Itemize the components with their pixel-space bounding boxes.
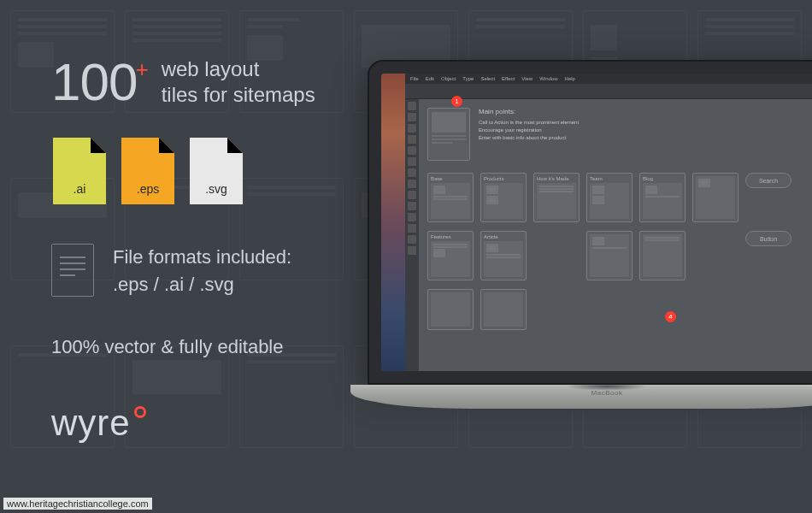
tool-button[interactable] [408, 102, 416, 110]
search-pill: Search [745, 173, 791, 188]
sitemap-row-1: Base Products How it's Made Team Blog Se… [427, 173, 812, 222]
annotation-dot-1: 1 [451, 96, 462, 107]
headline-line2: tiles for sitemaps [162, 82, 315, 108]
menu-select[interactable]: Select [480, 76, 495, 81]
menu-window[interactable]: Window [539, 76, 557, 81]
app-canvas: 1 Main points: Call to Action is the mos… [419, 99, 812, 371]
tool-palette [405, 99, 419, 371]
tool-button[interactable] [408, 135, 416, 144]
sitemap-row-3 [427, 289, 812, 330]
tool-button[interactable] [408, 246, 416, 255]
sitemap-tile: Features [427, 231, 474, 280]
sitemap-tile [692, 173, 738, 222]
menu-object[interactable]: Object [441, 76, 456, 81]
headline-number-value: 100 [51, 51, 137, 112]
tool-button[interactable] [408, 113, 416, 121]
file-format-icons: .ai .eps .svg [51, 136, 410, 206]
tool-button[interactable] [408, 202, 416, 210]
headline: 100 + web layout tiles for sitemaps [51, 51, 410, 112]
main-points-item: Enter with basic info about the product [479, 134, 812, 142]
sitemap-tile: Team [586, 173, 633, 222]
sitemap-tile: Base [427, 173, 474, 222]
formats-text: File formats included: .eps / .ai / .svg [113, 244, 291, 298]
sitemap-tile: Article [480, 231, 527, 280]
button-pill: Button [745, 231, 791, 246]
headline-number: 100 + [51, 51, 148, 112]
menu-effect[interactable]: Effect [502, 76, 515, 81]
menu-help[interactable]: Help [565, 76, 575, 81]
laptop-mockup: File Edit Object Type Select Effect View… [368, 60, 812, 409]
eps-label: .eps [120, 182, 176, 196]
vector-editable-text: 100% vector & fully editable [51, 336, 410, 358]
main-points-title: Main points: [479, 108, 812, 115]
laptop-base: MacBook [350, 385, 812, 409]
formats-heading: File formats included: [113, 244, 291, 271]
eps-file-icon: .eps [120, 136, 176, 206]
tool-button[interactable] [408, 180, 416, 188]
plus-icon: + [135, 56, 147, 83]
formats-list: .eps / .ai / .svg [113, 271, 291, 298]
logo-text: wyre [51, 403, 131, 444]
app-toolbar [405, 84, 812, 99]
tool-button[interactable] [408, 124, 416, 133]
sitemap-home-tile [427, 108, 470, 161]
svg-label: .svg [188, 182, 244, 196]
document-icon [51, 244, 94, 297]
promo-left-column: 100 + web layout tiles for sitemaps .ai … [51, 51, 410, 513]
tool-button[interactable] [408, 146, 416, 155]
sitemap-tile [480, 289, 527, 330]
formats-row: File formats included: .eps / .ai / .svg [51, 244, 410, 298]
main-points-item: Encourage your registration [479, 127, 812, 134]
laptop-screen: File Edit Object Type Select Effect View… [381, 74, 812, 371]
tool-button[interactable] [408, 224, 416, 233]
illustrator-window: File Edit Object Type Select Effect View… [405, 74, 812, 371]
wyre-logo: wyre [51, 403, 410, 444]
menu-file[interactable]: File [410, 76, 419, 81]
laptop-brand-label: MacBook [350, 389, 812, 397]
headline-line1: web layout [162, 56, 315, 82]
tool-button[interactable] [408, 157, 416, 166]
annotation-dot-4: 4 [665, 311, 676, 322]
tool-button[interactable] [408, 191, 416, 199]
tool-button[interactable] [408, 168, 416, 177]
sitemap-tile [586, 231, 633, 280]
desktop-wallpaper [381, 74, 405, 371]
svg-file-icon: .svg [188, 136, 244, 206]
watermark-text: www.heritagechristiancollege.com [3, 498, 152, 510]
headline-text: web layout tiles for sitemaps [162, 56, 315, 108]
ai-file-icon: .ai [51, 136, 108, 206]
sitemap-row-2: Features Article Button [427, 231, 812, 280]
logo-dot-icon [134, 406, 146, 418]
tool-button[interactable] [408, 235, 416, 244]
ai-label: .ai [51, 182, 108, 196]
sitemap-tile [427, 289, 474, 330]
main-points-block: Main points: Call to Action is the most … [479, 108, 812, 161]
sitemap-tile [639, 231, 685, 280]
sitemap-tile: Products [480, 173, 527, 222]
menu-type[interactable]: Type [462, 76, 474, 81]
menu-edit[interactable]: Edit [426, 76, 434, 81]
sitemap-tile: Blog [639, 173, 685, 222]
tool-button[interactable] [408, 213, 416, 221]
main-points-item: Call to Action is the most prominent ele… [479, 119, 812, 127]
app-menubar: File Edit Object Type Select Effect View… [405, 74, 812, 84]
menu-view[interactable]: View [521, 76, 533, 81]
sitemap-tile: How it's Made [533, 173, 580, 222]
